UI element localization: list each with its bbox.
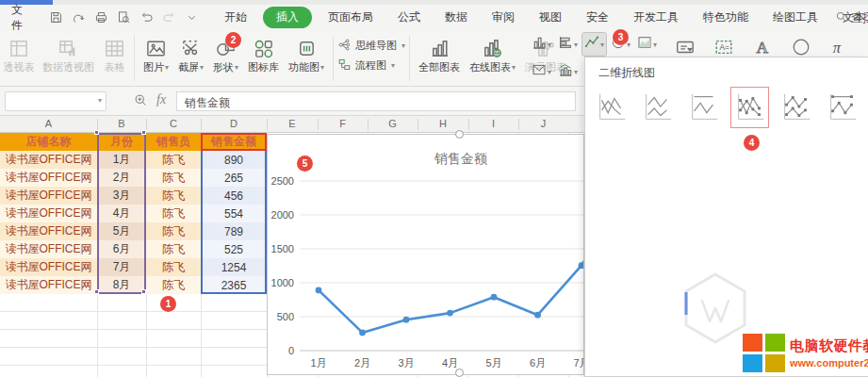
menu-tab-7[interactable]: 安全	[578, 7, 617, 28]
menu-tab-0[interactable]: 开始	[216, 7, 255, 28]
icon-library-button[interactable]: 图标库	[243, 33, 284, 74]
line-chart-with-markers-thumb-selected[interactable]	[730, 87, 769, 128]
cell-C4[interactable]: 陈飞	[146, 187, 201, 205]
redo-icon[interactable]	[162, 10, 176, 25]
cell-A9[interactable]: 读书屋OFFICE网	[0, 276, 97, 294]
cell-A3[interactable]: 读书屋OFFICE网	[0, 169, 97, 187]
cell-D1[interactable]: 销售金额	[201, 133, 267, 151]
column-header-G[interactable]: G	[368, 118, 418, 129]
menu-tab-3[interactable]: 公式	[389, 7, 429, 28]
cell-B5[interactable]: 4月	[97, 205, 146, 222]
menu-tab-8[interactable]: 开发工具	[625, 7, 687, 28]
cell-A1[interactable]: 店铺名称	[0, 133, 97, 151]
menu-tab-5[interactable]: 审阅	[483, 7, 523, 28]
print-preview-icon[interactable]	[117, 10, 131, 25]
cell-A2[interactable]: 读书屋OFFICE网	[0, 151, 97, 169]
menu-tab-1-active[interactable]: 插入	[263, 7, 312, 28]
column-header-D[interactable]: D	[201, 118, 267, 129]
save-icon[interactable]	[49, 10, 63, 25]
magnifier-icon[interactable]	[134, 93, 148, 111]
cell-B2[interactable]: 1月	[97, 151, 146, 169]
file-menu[interactable]: 文件	[0, 2, 34, 34]
cell-C3[interactable]: 陈飞	[146, 169, 201, 187]
chart-resize-handle-top[interactable]	[455, 130, 464, 139]
formula-input[interactable]: 销售金额	[176, 91, 576, 111]
menu-tab-10[interactable]: 绘图工具	[764, 7, 827, 28]
smart-diagram-button[interactable]: 功能图▾	[284, 33, 329, 74]
cell-C1[interactable]: 销售员	[146, 133, 201, 151]
percent-stacked-line-with-markers-thumb[interactable]	[823, 87, 861, 128]
cell-C2[interactable]: 陈飞	[146, 151, 201, 169]
area-chart-button[interactable]: ▾	[635, 33, 659, 56]
column-headers[interactable]: ABCDEFGHIJ	[0, 116, 584, 133]
bar-chart-button[interactable]: ▾	[556, 33, 580, 56]
form-control-button[interactable]	[675, 34, 696, 58]
name-box[interactable]: ▾	[5, 91, 106, 111]
menu-tab-6[interactable]: 视图	[531, 7, 570, 28]
stacked-line-with-markers-thumb[interactable]	[777, 87, 815, 128]
cell-B1[interactable]: 月份	[97, 133, 146, 151]
export-icon[interactable]	[72, 10, 86, 25]
cell-D3[interactable]: 265	[201, 169, 267, 187]
cell-D5[interactable]: 554	[201, 205, 267, 222]
menu-tab-4[interactable]: 数据	[436, 7, 476, 28]
cell-A7[interactable]: 读书屋OFFICE网	[0, 240, 97, 258]
cell-D6[interactable]: 789	[201, 222, 267, 240]
flow-chart-button[interactable]: 流程图▾	[337, 57, 405, 74]
line-chart-button-selected[interactable]: ▾	[582, 33, 606, 56]
column-header-B[interactable]: B	[97, 118, 146, 129]
scatter-chart-button[interactable]: ▾	[530, 60, 553, 83]
selection-handle[interactable]	[94, 289, 99, 294]
embedded-line-chart[interactable]: 销售金额050010001500200025001月2月3月4月5月6月7月8月	[267, 134, 584, 375]
column-header-C[interactable]: C	[146, 118, 201, 129]
chevron-down-icon[interactable]: ▾	[98, 96, 102, 105]
cell-C6[interactable]: 陈飞	[146, 222, 201, 240]
cell-B6[interactable]: 5月	[97, 222, 146, 240]
formula-button[interactable]: π	[829, 34, 850, 58]
undo-icon[interactable]	[139, 10, 154, 25]
percent-stacked-line-chart-thumb[interactable]	[684, 87, 723, 128]
cell-B4[interactable]: 3月	[97, 187, 146, 205]
print-icon[interactable]	[94, 10, 108, 25]
online-charts-button[interactable]: 在线图表▾	[465, 33, 520, 74]
text-box-button[interactable]: A=	[713, 34, 734, 58]
cell-C8[interactable]: 陈飞	[146, 258, 201, 276]
search-control[interactable]: 查找	[835, 10, 868, 26]
line-chart-thumb[interactable]	[592, 87, 631, 128]
selection-handle[interactable]	[141, 130, 146, 135]
column-header-I[interactable]: I	[468, 118, 518, 129]
column-header-F[interactable]: F	[318, 118, 368, 129]
menu-tab-2[interactable]: 页面布局	[319, 7, 382, 28]
cell-A4[interactable]: 读书屋OFFICE网	[0, 187, 97, 205]
column-header-H[interactable]: H	[418, 118, 468, 129]
all-charts-button[interactable]: 全部图表	[414, 33, 465, 74]
cell-C7[interactable]: 陈飞	[146, 240, 201, 258]
cell-B7[interactable]: 6月	[97, 240, 146, 258]
cell-D2[interactable]: 890	[201, 151, 267, 169]
mind-map-button[interactable]: 思维导图▾	[337, 38, 405, 54]
cell-A5[interactable]: 读书屋OFFICE网	[0, 205, 97, 222]
word-art-button[interactable]: A	[752, 34, 773, 58]
cell-D4[interactable]: 456	[201, 187, 267, 205]
cell-A8[interactable]: 读书屋OFFICE网	[0, 258, 97, 276]
cell-B3[interactable]: 2月	[97, 169, 146, 187]
column-header-A[interactable]: A	[0, 118, 97, 129]
cell-A6[interactable]: 读书屋OFFICE网	[0, 222, 97, 240]
more-commands-icon[interactable]	[185, 10, 199, 25]
chart-resize-handle-bottom[interactable]	[455, 369, 464, 377]
cell-D9[interactable]: 2365	[201, 276, 267, 294]
cell-D8[interactable]: 1254	[201, 258, 267, 276]
picture-button[interactable]: 图片▾	[139, 33, 173, 74]
cell-D7[interactable]: 525	[201, 240, 267, 258]
column-header-J[interactable]: J	[518, 118, 568, 129]
combo-chart-button[interactable]: ▾	[556, 60, 580, 83]
screenshot-button[interactable]: 截屏▾	[173, 33, 208, 74]
cell-C5[interactable]: 陈飞	[146, 205, 201, 222]
cell-B9[interactable]: 8月	[97, 276, 146, 294]
column-header-E[interactable]: E	[267, 118, 318, 129]
menu-tab-9[interactable]: 特色功能	[695, 7, 757, 28]
stacked-line-chart-thumb[interactable]	[638, 87, 677, 128]
column-chart-button[interactable]: ▾	[530, 33, 553, 56]
selection-handle[interactable]	[141, 289, 146, 294]
cell-B8[interactable]: 7月	[97, 258, 146, 276]
